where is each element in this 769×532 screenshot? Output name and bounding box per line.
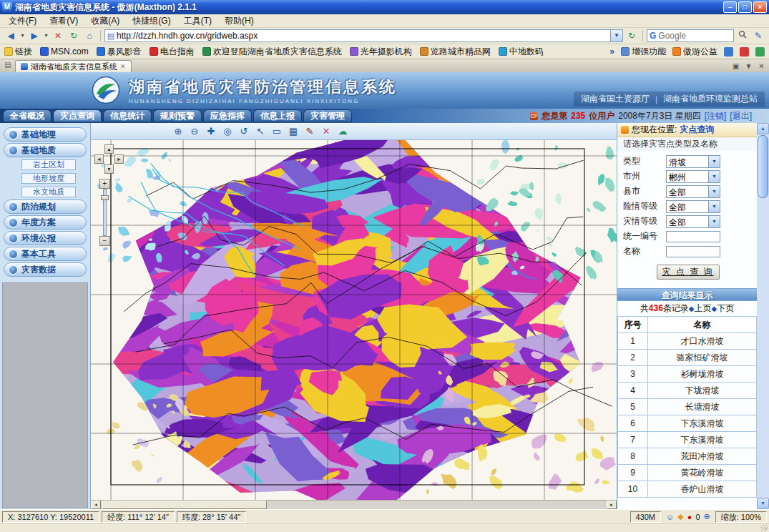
shield-icon[interactable]: ◆: [677, 512, 683, 521]
search-input[interactable]: [658, 31, 715, 41]
home-icon[interactable]: ⌂: [82, 29, 97, 42]
layers-icon[interactable]: ▦: [286, 124, 300, 138]
type-select[interactable]: 滑坡 ▼: [666, 155, 720, 168]
link-item[interactable]: 中地数码: [499, 46, 544, 58]
result-row[interactable]: 8荒田冲滑坡: [618, 448, 757, 465]
chevron-down-icon[interactable]: ▼: [708, 201, 720, 212]
zoom-slider-plus[interactable]: +: [99, 179, 110, 189]
result-row[interactable]: 5长塘滑坡: [618, 399, 757, 415]
sidebar-item-basic-geography[interactable]: 基础地理: [4, 127, 87, 142]
pan-down-icon[interactable]: ▼: [104, 164, 114, 174]
back-dropdown-icon[interactable]: ▾: [19, 29, 26, 42]
sidebar-item-prevention-plan[interactable]: 防治规划: [4, 200, 87, 214]
link-item[interactable]: 览路城市精品网: [420, 46, 491, 58]
forward-icon[interactable]: ▶: [27, 29, 41, 42]
nav-tab-overview[interactable]: 全省概况: [3, 109, 52, 122]
pan-left-icon[interactable]: ◄: [94, 154, 104, 164]
zoom-level[interactable]: 缩放: 100%: [715, 511, 767, 523]
new-tab-icon[interactable]: ▣: [730, 62, 741, 70]
link-item[interactable]: 欢迎登陆湖南省地质灾害信息系统: [202, 46, 342, 58]
link-geo-monitor-station[interactable]: 湖南省地质环境监测总站: [663, 93, 758, 105]
zoom-out-icon[interactable]: ⊖: [187, 124, 202, 138]
sidebar-item-env-bulletin[interactable]: 环境公报: [4, 231, 87, 245]
logout-link[interactable]: [注销]: [705, 110, 727, 122]
chevron-down-icon[interactable]: ▼: [708, 216, 720, 227]
sidebar-item-disaster-data[interactable]: 灾害数据: [4, 262, 87, 277]
pan-up-icon[interactable]: ▲: [104, 144, 114, 154]
name-input[interactable]: [666, 246, 720, 257]
refresh-icon[interactable]: ↻: [67, 29, 81, 42]
full-extent-icon[interactable]: ◎: [220, 124, 235, 138]
zoom-slider-track[interactable]: [103, 189, 107, 236]
pan-icon[interactable]: ✚: [204, 124, 218, 138]
result-row[interactable]: 10香炉山滑坡: [618, 481, 757, 498]
refresh-view-icon[interactable]: ↺: [237, 124, 251, 138]
disaster-query-button[interactable]: 灾 点 查 询: [657, 265, 720, 280]
zoom-in-icon[interactable]: ⊕: [171, 124, 185, 138]
city-select[interactable]: 郴州 ▼: [666, 170, 720, 183]
link-item[interactable]: MSN.com: [40, 46, 89, 56]
zoom-slider-minus[interactable]: −: [99, 236, 110, 246]
zoom-icon[interactable]: ⊕: [704, 512, 710, 521]
tab-dropdown-icon[interactable]: ▼: [743, 62, 754, 70]
menu-favorites[interactable]: 收藏(A): [85, 14, 125, 28]
exit-link[interactable]: [退出]: [730, 110, 752, 122]
zoom-slider-thumb[interactable]: [101, 195, 109, 200]
scroll-left-icon[interactable]: ◄: [91, 501, 101, 509]
menu-file[interactable]: 文件(F): [3, 14, 42, 28]
sidebar-item-basic-tools[interactable]: 基本工具: [4, 247, 87, 261]
chevron-down-icon[interactable]: ▼: [708, 171, 720, 182]
geological-map-canvas[interactable]: [91, 140, 617, 500]
scroll-down-icon[interactable]: ▼: [757, 498, 769, 509]
menu-help[interactable]: 帮助(H): [219, 14, 260, 28]
go-icon[interactable]: ↻: [624, 29, 639, 42]
sidebar-item-basic-geology[interactable]: 基础地质: [4, 143, 87, 157]
back-icon[interactable]: ◀: [4, 29, 18, 42]
link-item[interactable]: 光年摄影机构: [350, 46, 412, 58]
scroll-right-icon[interactable]: ►: [607, 501, 617, 509]
damage-level-select[interactable]: 全部 ▼: [666, 215, 720, 228]
sidebar-item-annual-plan[interactable]: 年度方案: [4, 215, 87, 230]
link-item[interactable]: 链接: [4, 46, 32, 58]
globe-mini-icon[interactable]: [755, 47, 765, 56]
vscroll-track[interactable]: [757, 199, 769, 498]
hscroll-thumb[interactable]: [102, 501, 267, 509]
tab-list-icon[interactable]: ▤: [2, 61, 14, 71]
clear-icon[interactable]: ✕: [319, 124, 333, 138]
menu-tools[interactable]: 工具(T): [178, 14, 217, 28]
tab-close-icon[interactable]: ✕: [120, 63, 126, 70]
more-links-icon[interactable]: »: [609, 46, 614, 56]
address-dropdown-icon[interactable]: ▼: [610, 30, 622, 41]
menu-groups[interactable]: 快捷组(G): [127, 14, 176, 28]
user-icon[interactable]: ☺: [666, 513, 674, 521]
alert-mini-icon[interactable]: [740, 47, 749, 56]
scroll-up-icon[interactable]: ▲: [757, 123, 769, 134]
search-icon[interactable]: [735, 29, 750, 42]
chevron-down-icon[interactable]: ▼: [708, 186, 720, 197]
nav-tab-management[interactable]: 灾害管理: [303, 109, 352, 122]
risk-level-select[interactable]: 全部 ▼: [666, 200, 720, 213]
address-input[interactable]: [117, 31, 610, 41]
forward-dropdown-icon[interactable]: ▾: [43, 29, 49, 42]
tabbar-close-icon[interactable]: ✕: [756, 62, 767, 70]
result-row[interactable]: 4下垅滑坡: [618, 383, 757, 399]
nav-tab-statistics[interactable]: 信息统计: [103, 109, 152, 122]
result-row[interactable]: 1才口水滑坡: [618, 333, 757, 350]
nav-tab-emergency[interactable]: 应急指挥: [203, 109, 252, 122]
browser-tab-active[interactable]: 湖南省地质灾害信息系统 ✕: [15, 60, 132, 72]
legend-icon[interactable]: ☁: [335, 124, 350, 138]
sidebar-sub-terrain-slope[interactable]: 地形坡度: [21, 173, 76, 184]
select-point-icon[interactable]: ↖: [253, 124, 268, 138]
sidebar-sub-hydrogeology[interactable]: 水文地质: [21, 187, 76, 197]
result-row[interactable]: 7下东溪滑坡: [618, 432, 757, 448]
menu-view[interactable]: 查看(V): [44, 14, 84, 28]
sidebar-sub-rock-zoning[interactable]: 岩土区划: [21, 159, 76, 170]
prev-page-link[interactable]: 上页: [695, 303, 712, 313]
result-row[interactable]: 9黄花岭滑坡: [618, 465, 757, 481]
chevron-down-icon[interactable]: ▼: [708, 156, 720, 167]
county-select[interactable]: 全部 ▼: [666, 185, 720, 198]
result-row[interactable]: 6下东溪滑坡: [618, 415, 757, 432]
nav-tab-warning[interactable]: 规则预警: [153, 109, 202, 122]
charity-item[interactable]: 傲游公益: [672, 46, 717, 58]
next-page-link[interactable]: 下页: [717, 303, 734, 313]
